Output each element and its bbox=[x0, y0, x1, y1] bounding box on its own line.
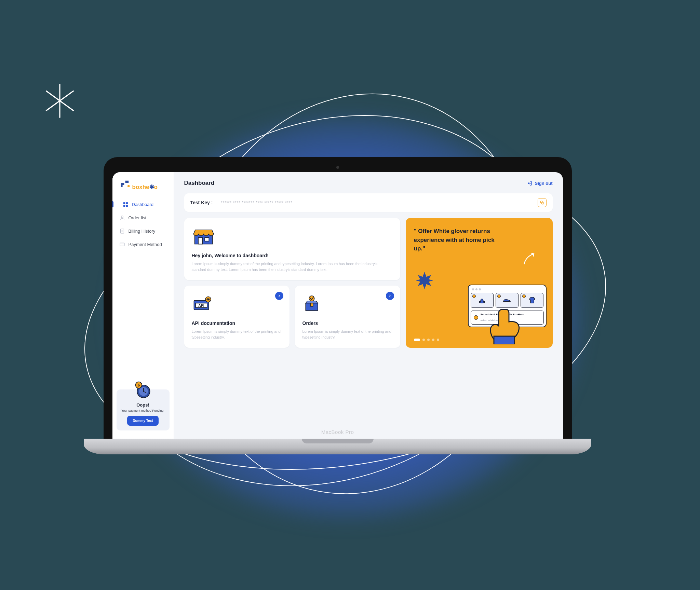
signout-label: Sign out bbox=[535, 181, 553, 186]
sidebar-item-payment[interactable]: Payment Method bbox=[112, 238, 174, 251]
test-key-label: Test Key : bbox=[190, 200, 213, 205]
payment-alert-card: $ Oops! Your payment method Pending! Dum… bbox=[117, 389, 170, 430]
card-title: API documentation bbox=[192, 320, 282, 326]
alert-subtitle: Your payment method Pending! bbox=[120, 409, 166, 412]
carousel-dot[interactable] bbox=[427, 339, 430, 341]
sidebar-item-label: Dashboard bbox=[132, 202, 154, 207]
carousel-dot[interactable] bbox=[437, 339, 439, 341]
sidebar-item-label: Payment Method bbox=[129, 242, 162, 247]
shirt-icon bbox=[528, 296, 536, 304]
chevron-right-icon bbox=[278, 294, 281, 298]
welcome-body: Lorem Ipsum is simply dummy text of the … bbox=[192, 261, 393, 273]
test-key-row: Test Key : ****** **** ******* **** ****… bbox=[184, 193, 553, 212]
svg-rect-16 bbox=[120, 243, 124, 246]
browser-traffic-lights bbox=[471, 287, 544, 293]
sidebar-nav: Dashboard Order list Billing History bbox=[112, 197, 174, 251]
product-shirt bbox=[521, 293, 543, 308]
promo-banner[interactable]: " Offer White glover returns experience … bbox=[406, 218, 553, 348]
logo-icon bbox=[119, 179, 130, 190]
promo-quote: " Offer White glover returns experience … bbox=[414, 227, 506, 253]
logo-text: boxhe✱o bbox=[132, 184, 158, 190]
svg-point-6 bbox=[127, 185, 130, 187]
laptop-mockup: boxhe✱o Dashboard Order list bbox=[84, 157, 591, 454]
laptop-base: MacBook Pro bbox=[84, 439, 591, 454]
page-title: Dashboard bbox=[184, 180, 215, 187]
shoe-icon bbox=[502, 296, 511, 304]
copy-key-button[interactable] bbox=[538, 198, 547, 207]
svg-rect-8 bbox=[126, 202, 127, 204]
api-icon: API bbox=[192, 293, 214, 314]
main-content: Dashboard Sign out Test Key : ****** ***… bbox=[174, 172, 563, 439]
svg-text:$: $ bbox=[138, 383, 140, 387]
sidebar-item-billing[interactable]: Billing History bbox=[112, 224, 174, 238]
test-key-value: ****** **** ******* **** ***** ***** ***… bbox=[221, 201, 529, 205]
package-icon bbox=[302, 293, 321, 314]
receipt-icon bbox=[119, 228, 125, 234]
carousel-dot[interactable] bbox=[432, 339, 434, 341]
svg-point-11 bbox=[121, 216, 123, 218]
curved-arrow-icon bbox=[521, 252, 536, 266]
orders-card[interactable]: Orders Lorem Ipsum is simply dummy text … bbox=[295, 286, 400, 348]
product-hat bbox=[471, 293, 494, 308]
api-card-open-button[interactable] bbox=[275, 292, 283, 300]
svg-rect-9 bbox=[123, 205, 125, 206]
alert-action-button[interactable]: Dummy Text bbox=[127, 416, 158, 426]
svg-rect-7 bbox=[123, 202, 125, 204]
svg-marker-37 bbox=[416, 272, 433, 289]
storefront-icon bbox=[192, 225, 218, 247]
svg-text:API: API bbox=[198, 304, 204, 307]
logo[interactable]: boxhe✱o bbox=[112, 179, 174, 197]
svg-point-34 bbox=[309, 296, 314, 301]
welcome-card: Hey john, Welcome to dashboard! Lorem Ip… bbox=[184, 218, 400, 280]
api-doc-card[interactable]: API API documentation Lorem Ipsum is sim… bbox=[184, 286, 290, 348]
app-screen: boxhe✱o Dashboard Order list bbox=[112, 172, 563, 439]
camera-dot bbox=[336, 166, 339, 169]
svg-rect-38 bbox=[494, 336, 514, 344]
user-icon bbox=[119, 215, 125, 221]
svg-rect-10 bbox=[126, 205, 127, 206]
starburst-icon bbox=[415, 271, 434, 290]
signout-link[interactable]: Sign out bbox=[527, 180, 553, 186]
radio-selected-icon bbox=[474, 315, 478, 320]
clock-alert-icon: $ bbox=[133, 381, 152, 400]
sidebar-item-orderlist[interactable]: Order list bbox=[112, 211, 174, 224]
hat-icon bbox=[478, 296, 486, 304]
grid-icon bbox=[123, 202, 129, 207]
card-body: Lorem Ipsum is simply dummy text of the … bbox=[192, 329, 282, 340]
welcome-title: Hey john, Welcome to dashboard! bbox=[192, 253, 393, 258]
sidebar-item-label: Billing History bbox=[129, 229, 156, 234]
card-title: Orders bbox=[302, 320, 393, 326]
card-body: Lorem Ipsum is simply dummy text of the … bbox=[302, 329, 393, 340]
svg-rect-29 bbox=[205, 237, 209, 241]
pointing-hand-icon bbox=[488, 307, 529, 344]
copy-icon bbox=[540, 200, 544, 205]
sidebar: boxhe✱o Dashboard Order list bbox=[112, 172, 174, 439]
laptop-brand-label: MacBook Pro bbox=[84, 429, 591, 435]
svg-rect-28 bbox=[198, 237, 202, 244]
content-grid: Hey john, Welcome to dashboard! Lorem Ip… bbox=[184, 218, 553, 348]
alert-title: Oops! bbox=[120, 402, 166, 408]
sidebar-item-dashboard[interactable]: Dashboard bbox=[112, 197, 174, 211]
product-shoe bbox=[496, 293, 519, 308]
chevron-right-icon bbox=[388, 294, 392, 298]
topbar: Dashboard Sign out bbox=[184, 180, 553, 187]
signout-icon bbox=[527, 180, 533, 186]
carousel-dots[interactable] bbox=[414, 339, 439, 341]
card-icon bbox=[119, 242, 125, 247]
carousel-dot[interactable] bbox=[422, 339, 425, 341]
svg-rect-36 bbox=[310, 303, 313, 306]
star-decoration bbox=[41, 82, 79, 120]
sidebar-item-label: Order list bbox=[129, 215, 147, 220]
orders-card-open-button[interactable] bbox=[386, 292, 394, 300]
carousel-dot[interactable] bbox=[414, 339, 420, 341]
